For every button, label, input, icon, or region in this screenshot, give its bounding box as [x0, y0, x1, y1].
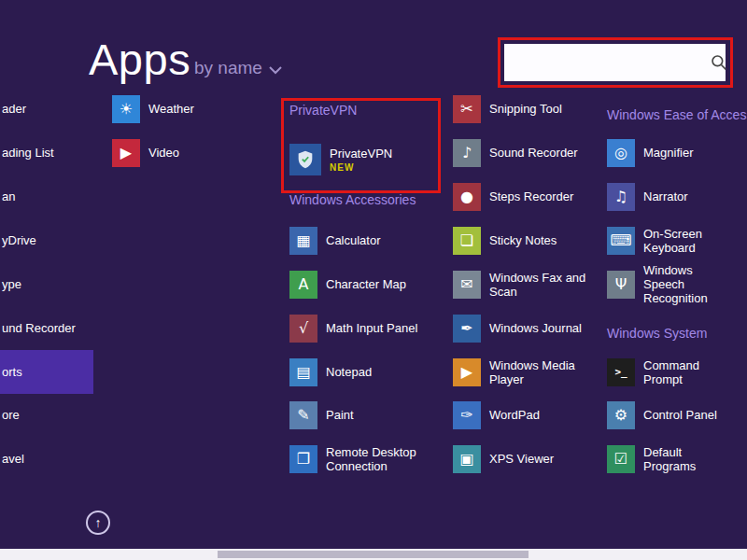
gear-icon: ⚙ [607, 401, 635, 429]
magnifier-icon: ◎ [607, 139, 635, 167]
app-item-character-map[interactable]: A Character Map [289, 262, 430, 306]
app-label: Steps Recorder [489, 189, 594, 203]
weather-sun-icon: ☀ [112, 95, 140, 123]
app-item-skype-partial[interactable]: ype [0, 262, 93, 306]
app-label: avel [0, 452, 24, 466]
app-item-video[interactable]: ▶ Video [112, 131, 179, 175]
sort-by-name-label: by name [194, 58, 262, 78]
app-item-sports-partial-highlighted[interactable]: orts [0, 350, 93, 394]
app-label: Default Programs [643, 445, 737, 473]
app-item-scan-partial[interactable]: an [0, 175, 93, 218]
app-item-windows-speech-recognition[interactable]: Ψ Windows Speech Recognition [607, 262, 737, 306]
search-box[interactable] [504, 44, 726, 81]
section-header-windows-ease-of-access[interactable]: Windows Ease of Access [607, 107, 747, 122]
app-item-xps-viewer[interactable]: ▣ XPS Viewer [453, 437, 594, 481]
app-item-steps-recorder[interactable]: ● Steps Recorder [453, 175, 594, 218]
fax-icon: ✉ [453, 271, 481, 299]
section-header-privatevpn[interactable]: PrivateVPN [289, 103, 357, 118]
math-input-panel-icon: √ [289, 315, 317, 343]
app-item-sticky-notes[interactable]: ❏ Sticky Notes [453, 218, 594, 262]
app-label: Narrator [643, 189, 737, 203]
horizontal-scrollbar-thumb[interactable] [218, 551, 529, 558]
sort-by-name-dropdown[interactable]: by name [194, 58, 282, 78]
app-label: und Recorder [0, 321, 76, 335]
steps-recorder-icon: ● [453, 183, 481, 211]
app-item-wordpad[interactable]: ✑ WordPad [453, 393, 594, 437]
xps-viewer-icon: ▣ [453, 445, 481, 473]
app-item-default-programs[interactable]: ☑ Default Programs [607, 437, 737, 481]
app-label: Remote Desktop Connection [326, 445, 430, 473]
app-label: Windows Speech Recognition [643, 263, 737, 305]
app-item-skydrive-partial[interactable]: yDrive [0, 218, 93, 262]
chevron-down-icon [269, 66, 282, 75]
app-item-calculator[interactable]: ▦ Calculator [289, 218, 430, 262]
sticky-notes-icon: ❏ [453, 227, 481, 255]
search-icon [711, 54, 727, 71]
app-label: Windows Media Player [489, 358, 594, 386]
video-icon: ▶ [112, 139, 140, 167]
app-label: Calculator [326, 233, 430, 247]
app-item-reading-list-partial[interactable]: ading List [0, 131, 93, 175]
app-item-travel-partial[interactable]: avel [0, 437, 93, 481]
up-arrow-icon: ↑ [95, 515, 102, 530]
app-label: Notepad [326, 365, 430, 379]
app-item-on-screen-keyboard[interactable]: ⌨ On-Screen Keyboard [607, 218, 737, 262]
journal-icon: ✒ [453, 315, 481, 343]
section-header-windows-accessories[interactable]: Windows Accessories [289, 192, 416, 207]
search-button[interactable] [709, 52, 729, 73]
app-label: ading List [0, 146, 54, 160]
app-item-control-panel[interactable]: ⚙ Control Panel [607, 393, 737, 437]
app-item-privatevpn[interactable]: PrivateVPN NEW [289, 134, 392, 185]
app-label: Math Input Panel [326, 321, 430, 335]
media-player-icon: ▶ [453, 358, 481, 386]
app-label: Video [148, 146, 179, 160]
app-label: Control Panel [643, 408, 737, 422]
app-label: Weather [148, 102, 194, 116]
app-label: Windows Fax and Scan [489, 271, 594, 299]
app-label: Character Map [326, 277, 430, 291]
paint-icon: ✎ [289, 401, 317, 429]
app-item-sound-recorder-partial[interactable]: und Recorder [0, 306, 93, 350]
scissors-icon: ✂ [453, 95, 481, 123]
app-item-math-input-panel[interactable]: √ Math Input Panel [289, 306, 430, 350]
new-badge: NEW [330, 162, 392, 173]
app-label: orts [0, 365, 22, 379]
app-item-command-prompt[interactable]: >_ Command Prompt [607, 350, 737, 394]
app-label: PrivateVPN [330, 147, 392, 161]
app-item-store-partial[interactable]: ore [0, 393, 93, 437]
scroll-up-button[interactable]: ↑ [86, 511, 110, 535]
app-item-notepad[interactable]: ▤ Notepad [289, 350, 430, 394]
app-label: WordPad [489, 408, 594, 422]
app-item-sound-recorder[interactable]: ♪ Sound Recorder [453, 131, 594, 175]
app-label: Sticky Notes [489, 233, 594, 247]
horizontal-scrollbar-track[interactable] [0, 549, 747, 560]
app-label: ore [0, 408, 20, 422]
default-programs-icon: ☑ [607, 445, 635, 473]
character-map-icon: A [289, 271, 317, 299]
app-label: yDrive [0, 233, 36, 247]
section-header-windows-system[interactable]: Windows System [607, 326, 707, 341]
notepad-icon: ▤ [289, 358, 317, 386]
app-label: Windows Journal [489, 321, 594, 335]
app-item-weather[interactable]: ☀ Weather [112, 87, 194, 131]
app-label: Magnifier [643, 146, 737, 160]
search-input[interactable] [512, 53, 709, 72]
app-item-windows-journal[interactable]: ✒ Windows Journal [453, 306, 594, 350]
app-label: XPS Viewer [489, 452, 594, 466]
remote-desktop-icon: ❐ [289, 445, 317, 473]
app-label: On-Screen Keyboard [643, 227, 737, 255]
command-prompt-icon: >_ [607, 358, 635, 386]
app-item-reader-partial[interactable]: ader [0, 87, 93, 131]
app-item-windows-fax-and-scan[interactable]: ✉ Windows Fax and Scan [453, 262, 594, 306]
app-item-paint[interactable]: ✎ Paint [289, 393, 430, 437]
wordpad-icon: ✑ [453, 401, 481, 429]
app-label: ype [0, 277, 21, 291]
app-item-narrator[interactable]: ♫ Narrator [607, 175, 737, 218]
app-item-remote-desktop-connection[interactable]: ❐ Remote Desktop Connection [289, 437, 430, 481]
app-item-snipping-tool[interactable]: ✂ Snipping Tool [453, 87, 594, 131]
app-item-magnifier[interactable]: ◎ Magnifier [607, 131, 737, 175]
narrator-icon: ♫ [607, 183, 635, 211]
app-item-windows-media-player[interactable]: ▶ Windows Media Player [453, 350, 594, 394]
app-label: Sound Recorder [489, 146, 594, 160]
app-label: ader [0, 102, 26, 116]
